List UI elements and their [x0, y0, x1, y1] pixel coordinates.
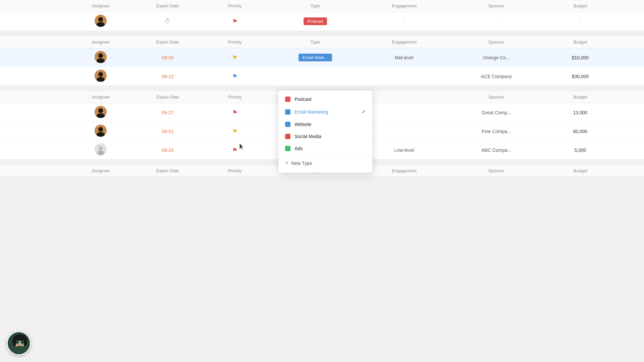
expire-date-text: 08-01	[162, 129, 174, 134]
svg-point-25	[23, 337, 27, 346]
col-header-budget-2: Budget	[547, 40, 614, 45]
cell-expire: 08-12	[134, 74, 201, 79]
flag-icon-yellow: ⚑	[232, 128, 237, 135]
cell-expire: 08-27	[134, 110, 201, 115]
col-header-engagement-2: Engagement	[362, 40, 446, 45]
flag-icon-yellow: ⚑	[232, 54, 237, 61]
cell-budget: 13,000	[547, 110, 614, 115]
dropdown-item-podcast[interactable]: Podcast	[278, 93, 372, 105]
cell-expire: ⏱	[134, 18, 201, 25]
cell-budget: 60,000	[547, 129, 614, 134]
plus-icon: +	[285, 160, 289, 167]
cell-priority: ⚑	[201, 146, 268, 154]
type-dropdown: Podcast Email Marketing ✓ Website Social…	[278, 90, 372, 173]
engagement-dash: -	[404, 19, 405, 24]
header-row-1: Assignee Expire Date Priority Type Engag…	[0, 0, 644, 12]
table-row: 08-12 ⚑ ACE Company $30,000	[0, 67, 644, 86]
cell-priority: ⚑	[201, 73, 268, 80]
type-badge-email[interactable]: Email Mark...	[299, 54, 332, 61]
cell-sponsor: Great Comp...	[446, 110, 547, 115]
cell-budget: 5,000	[547, 147, 614, 153]
engagement-value: Mid-level	[395, 55, 414, 60]
cell-priority: ⚑	[201, 109, 268, 116]
col-header-budget-4: Budget	[547, 168, 614, 173]
header-row-2: Assignee Expire Date Priority Type Engag…	[0, 36, 644, 48]
budget-dash: -	[580, 19, 581, 24]
col-header-priority-4: Priority	[201, 168, 268, 173]
svg-point-4	[98, 53, 103, 58]
page-container: Assignee Expire Date Priority Type Engag…	[0, 0, 644, 362]
col-header-assignee-4: Assignee	[67, 168, 134, 173]
svg-point-1	[98, 17, 103, 22]
svg-point-28	[17, 341, 18, 343]
cell-priority: ⚑	[201, 18, 268, 25]
new-type-button[interactable]: + New Type	[278, 156, 372, 170]
cell-sponsor: Orange Co...	[446, 55, 547, 60]
cell-sponsor: Fine Compa...	[446, 129, 547, 134]
col-header-assignee-2: Assignee	[67, 40, 134, 45]
expire-date-text: 08-27	[162, 110, 174, 115]
col-header-priority-1: Priority	[201, 3, 268, 8]
dropdown-item-website[interactable]: Website	[278, 118, 372, 130]
dot-icon-green	[285, 146, 290, 151]
dot-icon-red	[285, 134, 290, 139]
flag-icon-blue: ⚑	[232, 73, 237, 80]
engagement-value: Low-level	[394, 147, 414, 153]
col-header-engagement-4: Engagement	[362, 168, 446, 173]
dropdown-item-ads[interactable]: Ads	[278, 142, 372, 155]
dropdown-label: Website	[294, 122, 311, 127]
cell-type: Podcast	[268, 17, 362, 25]
svg-point-10	[98, 108, 103, 113]
avatar	[95, 15, 107, 27]
svg-text:⚙: ⚙	[99, 150, 103, 155]
col-header-priority-3: Priority	[201, 95, 268, 100]
user-avatar-bottom[interactable]	[7, 331, 31, 355]
col-header-expire-3: Expire Date	[134, 95, 201, 100]
col-header-expire-2: Expire Date	[134, 40, 201, 45]
table-row: ⏱ ⚑ Podcast - - -	[0, 12, 644, 31]
cell-expire: 08-01	[134, 129, 201, 134]
cell-engagement: Low-level	[362, 147, 446, 153]
cell-assignee: ⚙	[67, 143, 134, 157]
avatar	[95, 125, 107, 137]
sponsor-value: Orange Co...	[483, 55, 510, 60]
type-badge-podcast[interactable]: Podcast	[304, 17, 327, 25]
cell-assignee	[67, 70, 134, 83]
check-icon: ✓	[361, 109, 366, 115]
col-header-assignee-1: Assignee	[67, 3, 134, 8]
dot-icon-red	[285, 97, 290, 102]
table-section-2: Assignee Expire Date Priority Type Engag…	[0, 36, 644, 86]
col-header-budget-1: Budget	[547, 3, 614, 8]
col-header-expire-1: Expire Date	[134, 3, 201, 8]
budget-value: 13,000	[573, 110, 588, 115]
budget-value: $10,000	[572, 55, 589, 60]
cell-assignee	[67, 51, 134, 64]
sponsor-dash: -	[496, 19, 497, 24]
cell-budget: $30,000	[547, 74, 614, 79]
svg-point-22	[13, 346, 26, 355]
col-header-sponsor-3: Sponsor	[446, 95, 547, 100]
dropdown-item-email-marketing[interactable]: Email Marketing ✓	[278, 105, 372, 118]
cell-type: Email Mark...	[268, 54, 362, 61]
svg-point-29	[21, 341, 23, 343]
cell-sponsor: ABC Compa...	[446, 147, 547, 153]
col-header-type-1: Type	[268, 3, 362, 8]
dropdown-item-social-media[interactable]: Social Media	[278, 130, 372, 142]
table-row: 08-03 ⚑ Email Mark... Mid-level Orange C…	[0, 48, 644, 67]
table-section-1: Assignee Expire Date Priority Type Engag…	[0, 0, 644, 31]
col-header-budget-3: Budget	[547, 95, 614, 100]
col-header-assignee-3: Assignee	[67, 95, 134, 100]
cell-engagement: -	[362, 19, 446, 24]
col-header-engagement-1: Engagement	[362, 3, 446, 8]
avatar	[95, 51, 107, 63]
cell-assignee	[67, 15, 134, 28]
expire-date-text: 08-03	[162, 55, 174, 60]
col-header-expire-4: Expire Date	[134, 168, 201, 173]
avatar	[95, 70, 107, 82]
svg-point-7	[98, 72, 103, 77]
cell-priority: ⚑	[201, 128, 268, 135]
cell-engagement: Mid-level	[362, 55, 446, 60]
budget-value: $30,000	[572, 74, 589, 79]
col-header-priority-2: Priority	[201, 40, 268, 45]
avatar	[95, 106, 107, 118]
